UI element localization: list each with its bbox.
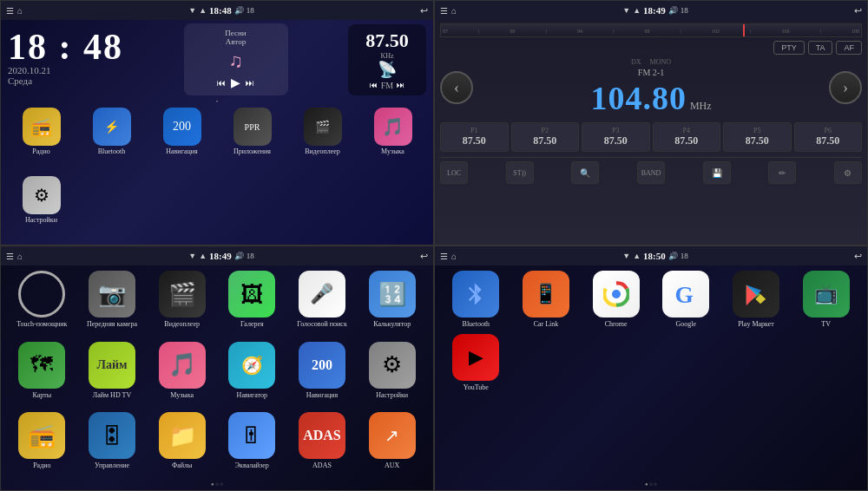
app-navigation2[interactable]: 200 Навигация (290, 342, 355, 408)
af-button[interactable]: AF (836, 41, 862, 55)
app-carlink[interactable]: 📱 Car Link (514, 271, 579, 329)
preset-6[interactable]: P6 87.50 (794, 122, 863, 152)
back-icon-3[interactable]: ↩ (420, 251, 428, 262)
app-gallery[interactable]: 🖼 Галерея (220, 271, 285, 337)
gps-icon: ▼ (188, 6, 196, 15)
app-navigator[interactable]: 🧭 Навигатор (220, 342, 285, 408)
app-settings2[interactable]: ⚙ Настройки (359, 342, 424, 408)
home-icon-2[interactable]: ⌂ (451, 6, 457, 16)
menu-icon-2[interactable]: ☰ (440, 6, 448, 16)
settings-button[interactable]: ⚙ (834, 161, 862, 184)
files-icon: 📁 (159, 412, 206, 459)
app-video[interactable]: 🎬 Видеоплеер (289, 108, 356, 173)
app-bluetooth2[interactable]: Bluetooth (444, 271, 509, 329)
topbar-3: ☰ ⌂ ▼ ▲ 18:49 🔊 18 ↩ (1, 246, 433, 265)
fm-function-buttons: PTY TA AF (440, 41, 862, 55)
media-song-title: Песни (225, 29, 246, 37)
volume-icon-4: 🔊 (668, 252, 678, 260)
fm-prev-button[interactable]: ‹ (440, 71, 473, 104)
app-play-market[interactable]: Play Маркет (724, 271, 789, 329)
preset-1[interactable]: P1 87.50 (440, 122, 509, 152)
app-settings[interactable]: ⚙ Настройки (8, 176, 75, 241)
radio2-icon: 📻 (18, 412, 65, 459)
page-dots-4: ● ○ ○ (444, 473, 858, 487)
back-icon-4[interactable]: ↩ (854, 251, 862, 262)
panel-fm-radio: ☰ ⌂ ▼ ▲ 18:49 🔊 18 ↩ 87|90|94|98|102|106… (434, 0, 868, 245)
radio-mode: FM (381, 81, 393, 90)
battery-label-4: 18 (681, 252, 688, 260)
media-widget: Песни Автор ♫ ⏮ ▶ ⏭ (184, 23, 288, 95)
home-app-grid: 📻 Радио ⚡ Bluetooth 200 Навигация PPR Пр… (8, 108, 426, 241)
app-bluetooth[interactable]: ⚡ Bluetooth (78, 108, 145, 173)
fm-main-display: ‹ DX MONO FM 2-1 104.80 MHz › (440, 58, 862, 117)
gps-icon-2: ▼ (622, 6, 630, 15)
app-limehd[interactable]: Лайм Лайм HD TV (80, 342, 145, 408)
menu-icon[interactable]: ☰ (6, 6, 14, 16)
apps-icon: PPR (233, 108, 272, 146)
back-icon-2[interactable]: ↩ (854, 5, 862, 16)
media-subtitle: Автор (226, 37, 246, 46)
topbar-4: ☰ ⌂ ▼ ▲ 18:50 🔊 18 ↩ (435, 246, 867, 265)
next-track-btn[interactable]: ⏭ (246, 78, 254, 88)
google-icon: G (662, 271, 709, 318)
preset-5[interactable]: P5 87.50 (723, 122, 792, 152)
signal-icon-4: ▲ (633, 252, 641, 260)
radio-next-btn[interactable]: ⏭ (397, 81, 404, 89)
app-apps[interactable]: PPR Приложения (219, 108, 286, 173)
maps-icon: 🗺 (18, 342, 65, 389)
fm-next-button[interactable]: › (829, 71, 862, 104)
home-icon-4[interactable]: ⌂ (451, 252, 457, 261)
back-icon[interactable]: ↩ (420, 5, 428, 16)
band-button[interactable]: BAND (637, 161, 665, 184)
app-files[interactable]: 📁 Файлы (149, 412, 214, 478)
menu-icon-4[interactable]: ☰ (440, 252, 448, 261)
edit-button[interactable]: ✏ (768, 161, 796, 184)
date-line2: Среда (8, 75, 123, 86)
save-button[interactable]: 💾 (703, 161, 731, 184)
preset-3[interactable]: P3 87.50 (582, 122, 650, 152)
app-videoplayer[interactable]: 🎬 Видеоплеер (149, 271, 214, 337)
menu-icon-3[interactable]: ☰ (6, 252, 14, 261)
app-maps[interactable]: 🗺 Карты (10, 342, 75, 408)
bluetooth-icon: ⚡ (93, 108, 131, 146)
preset-4[interactable]: P4 87.50 (653, 122, 721, 152)
video-icon: 🎬 (304, 108, 342, 146)
eq-icon: 🎚 (228, 412, 275, 459)
navigation2-icon: 200 (299, 342, 345, 389)
loc-button[interactable]: LOC (440, 161, 468, 184)
app-calculator[interactable]: 🔢 Калькулятор (359, 271, 424, 337)
search-button[interactable]: 🔍 (571, 161, 599, 184)
app-camera[interactable]: 📷 Передняя камера (80, 271, 145, 337)
app-touch[interactable]: Touch-помощник (10, 271, 75, 337)
app-navigation[interactable]: 200 Навигация (148, 108, 215, 173)
app-youtube[interactable]: ▶ YouTube (444, 334, 509, 392)
play-btn[interactable]: ▶ (231, 75, 240, 90)
app-adas[interactable]: ADAS ADAS (290, 412, 355, 478)
volume-icon-3: 🔊 (234, 252, 244, 260)
radio-prev-btn[interactable]: ⏮ (370, 81, 378, 89)
app-chrome[interactable]: Chrome (583, 271, 648, 329)
svg-point-2 (612, 291, 620, 298)
app-radio2[interactable]: 📻 Радио (10, 412, 75, 478)
app-google[interactable]: G Google (654, 271, 719, 329)
fm-needle (743, 24, 745, 36)
chrome-icon (593, 271, 640, 318)
app-music[interactable]: 🎵 Музыка (359, 108, 426, 173)
settings2-icon: ⚙ (369, 342, 416, 389)
volume-icon: 🔊 (234, 6, 244, 15)
st-button[interactable]: ST)) (506, 161, 534, 184)
app-radio[interactable]: 📻 Радио (8, 108, 75, 173)
app-control[interactable]: 🎛 Управление (80, 412, 145, 478)
battery-label: 18 (247, 6, 254, 15)
preset-2[interactable]: P2 87.50 (511, 122, 580, 152)
app-aux[interactable]: ↗ AUX (359, 412, 424, 478)
app-voice[interactable]: 🎤 Голосовой поиск (290, 271, 355, 337)
home-icon[interactable]: ⌂ (17, 6, 23, 16)
ta-button[interactable]: TA (808, 41, 833, 55)
app-music2[interactable]: 🎵 Музыка (149, 342, 214, 408)
app-tv[interactable]: 📺 TV (793, 271, 858, 329)
home-icon-3[interactable]: ⌂ (17, 252, 23, 261)
app-eq[interactable]: 🎚 Эквалайзер (220, 412, 285, 478)
pty-button[interactable]: PTY (773, 41, 805, 55)
prev-track-btn[interactable]: ⏮ (217, 78, 226, 88)
